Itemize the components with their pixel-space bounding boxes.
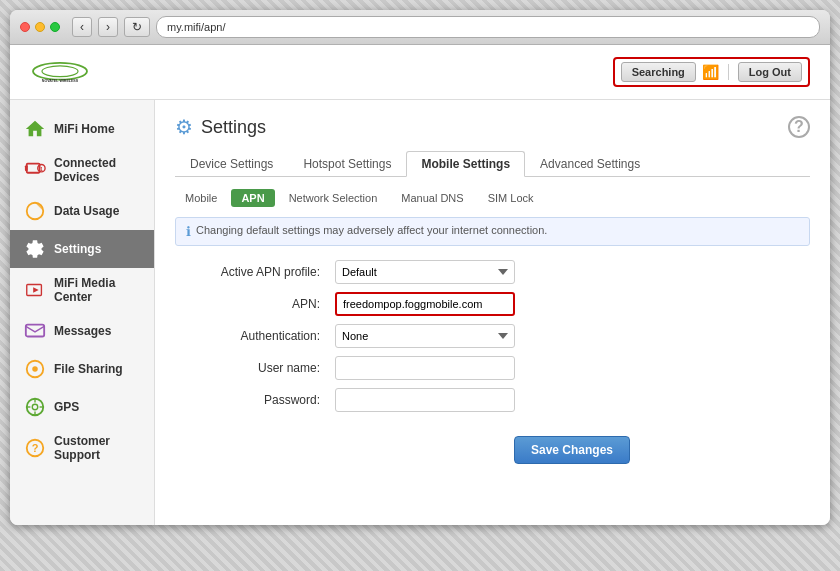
tab-hotspot-settings[interactable]: Hotspot Settings: [288, 151, 406, 177]
label-apn: APN:: [175, 297, 325, 311]
svg-marker-10: [33, 287, 39, 293]
sidebar: MiFi Home 1 Connected Devices: [10, 100, 155, 525]
address-bar[interactable]: [156, 16, 820, 38]
logout-button[interactable]: Log Out: [738, 62, 802, 82]
browser-titlebar: ‹ › ↻: [10, 10, 830, 45]
sidebar-item-messages[interactable]: Messages: [10, 312, 154, 350]
svg-rect-4: [25, 165, 28, 171]
settings-form: Active APN profile: Default Custom APN: …: [175, 260, 595, 412]
sidebar-label-data-usage: Data Usage: [54, 204, 119, 218]
logo-area: NOVATEL WIRELESS: [30, 60, 90, 85]
page-title: ⚙ Settings: [175, 115, 266, 139]
home-icon: [24, 118, 46, 140]
sidebar-item-data-usage[interactable]: Data Usage: [10, 192, 154, 230]
searching-button[interactable]: Searching: [621, 62, 696, 82]
page-title-text: Settings: [201, 117, 266, 138]
label-username: User name:: [175, 361, 325, 375]
help-icon[interactable]: ?: [788, 116, 810, 138]
settings-gear-icon: ⚙: [175, 115, 193, 139]
content-area: ⚙ Settings ? Device Settings Hotspot Set…: [155, 100, 830, 525]
back-button[interactable]: ‹: [72, 17, 92, 37]
page-header: NOVATEL WIRELESS Searching 📶 Log Out: [10, 45, 830, 100]
sub-tabs: Mobile APN Network Selection Manual DNS …: [175, 189, 810, 207]
devices-icon: 1: [24, 159, 46, 181]
info-icon: ℹ: [186, 224, 191, 239]
subtab-mobile[interactable]: Mobile: [175, 189, 227, 207]
logo-image: NOVATEL WIRELESS: [30, 60, 90, 85]
browser-content: NOVATEL WIRELESS Searching 📶 Log Out MiF…: [10, 45, 830, 525]
main-tabs: Device Settings Hotspot Settings Mobile …: [175, 151, 810, 177]
forward-button[interactable]: ›: [98, 17, 118, 37]
svg-text:NOVATEL WIRELESS: NOVATEL WIRELESS: [42, 79, 79, 83]
header-status-area: Searching 📶 Log Out: [613, 57, 810, 87]
data-icon: [24, 200, 46, 222]
sidebar-item-settings[interactable]: Settings: [10, 230, 154, 268]
gps-icon: [24, 396, 46, 418]
tab-advanced-settings[interactable]: Advanced Settings: [525, 151, 655, 177]
reload-button[interactable]: ↻: [124, 17, 150, 37]
input-apn[interactable]: [335, 292, 515, 316]
label-password: Password:: [175, 393, 325, 407]
media-icon: [24, 279, 46, 301]
tab-mobile-settings[interactable]: Mobile Settings: [406, 151, 525, 177]
traffic-lights: [20, 22, 60, 32]
input-username[interactable]: [335, 356, 515, 380]
sidebar-label-connected-devices: Connected Devices: [54, 156, 140, 184]
save-changes-button[interactable]: Save Changes: [514, 436, 630, 464]
sidebar-label-messages: Messages: [54, 324, 111, 338]
sidebar-label-mifi-media: MiFi Media Center: [54, 276, 140, 304]
main-layout: MiFi Home 1 Connected Devices: [10, 100, 830, 525]
close-button[interactable]: [20, 22, 30, 32]
divider: [728, 64, 729, 80]
sidebar-label-gps: GPS: [54, 400, 79, 414]
subtab-sim-lock[interactable]: SIM Lock: [478, 189, 544, 207]
subtab-apn[interactable]: APN: [231, 189, 274, 207]
select-authentication[interactable]: None PAP CHAP: [335, 324, 515, 348]
svg-point-13: [32, 366, 38, 372]
files-icon: [24, 358, 46, 380]
info-message: Changing default settings may adversely …: [196, 224, 547, 236]
messages-icon: [24, 320, 46, 342]
support-icon: ?: [24, 437, 46, 459]
page-title-row: ⚙ Settings ?: [175, 115, 810, 139]
input-password[interactable]: [335, 388, 515, 412]
subtab-network-selection[interactable]: Network Selection: [279, 189, 388, 207]
select-active-apn-profile[interactable]: Default Custom: [335, 260, 515, 284]
tab-device-settings[interactable]: Device Settings: [175, 151, 288, 177]
svg-point-15: [32, 404, 38, 410]
minimize-button[interactable]: [35, 22, 45, 32]
sidebar-item-connected-devices[interactable]: 1 Connected Devices: [10, 148, 154, 192]
label-active-apn-profile: Active APN profile:: [175, 265, 325, 279]
sidebar-item-customer-support[interactable]: ? Customer Support: [10, 426, 154, 470]
svg-text:?: ?: [32, 442, 39, 454]
sidebar-label-file-sharing: File Sharing: [54, 362, 123, 376]
signal-icon: 📶: [702, 64, 719, 80]
subtab-manual-dns[interactable]: Manual DNS: [391, 189, 473, 207]
sidebar-item-mifi-media[interactable]: MiFi Media Center: [10, 268, 154, 312]
svg-point-1: [42, 65, 78, 76]
sidebar-item-gps[interactable]: GPS: [10, 388, 154, 426]
browser-window: ‹ › ↻ NOVATEL WIRELESS Searching 📶 Log O…: [10, 10, 830, 525]
label-authentication: Authentication:: [175, 329, 325, 343]
info-box: ℹ Changing default settings may adversel…: [175, 217, 810, 246]
sidebar-label-customer-support: Customer Support: [54, 434, 140, 462]
maximize-button[interactable]: [50, 22, 60, 32]
settings-icon: [24, 238, 46, 260]
sidebar-label-mifi-home: MiFi Home: [54, 122, 115, 136]
svg-rect-11: [26, 325, 44, 337]
sidebar-item-file-sharing[interactable]: File Sharing: [10, 350, 154, 388]
sidebar-label-settings: Settings: [54, 242, 101, 256]
sidebar-item-mifi-home[interactable]: MiFi Home: [10, 110, 154, 148]
